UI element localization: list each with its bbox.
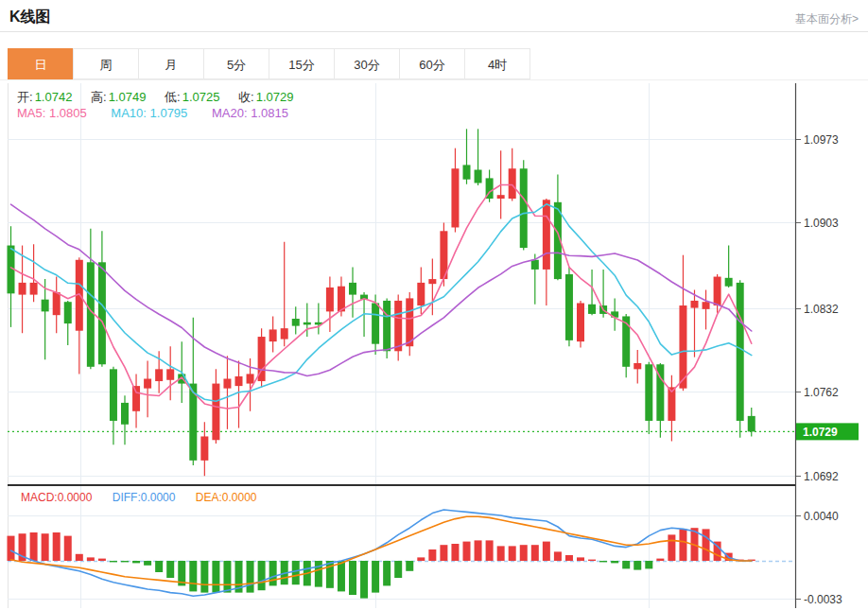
candle-body [349,283,356,295]
candle-body [53,292,61,315]
dea-value: 0.0000 [222,491,257,504]
macd-bar [110,561,117,562]
candle-body [110,369,117,421]
candle-body [281,328,288,339]
diff-value: 0.0000 [141,491,176,504]
macd-bar [212,561,219,593]
macd-bar [372,561,379,593]
dea-line [11,516,752,584]
ma10-line [11,204,752,401]
high-label: 高: [91,90,107,104]
macd-label: MACD: [21,491,58,504]
tab-30min[interactable]: 30分 [334,48,400,79]
current-price-tag-label: 1.0729 [803,426,838,439]
macd-bar [679,529,686,561]
macd-bar [76,554,83,561]
diff-line [11,510,752,596]
macd-bar [565,555,573,561]
macd-bar [463,542,471,561]
macd-bar [656,559,664,561]
macd-bar [417,557,425,561]
candle-body [565,274,573,340]
candle-body [645,364,652,421]
macd-bar [155,561,163,572]
candle-body [121,403,129,425]
macd-bar [315,561,322,587]
macd-bar [588,560,596,561]
candle-body [326,288,334,311]
candle-body [737,283,744,421]
candle-body [132,386,140,411]
candle-body [372,303,379,343]
macd-bar [668,534,675,561]
tab-60min[interactable]: 60分 [399,48,465,79]
price-axis-label: 1.0692 [804,470,839,483]
candle-body [691,301,699,308]
price-axis-label: 1.0832 [804,303,839,316]
tab-5min[interactable]: 5分 [203,48,269,79]
kline-widget: K线图 基本面分析> 日 周 月 5分 15分 30分 60分 4时 开:1.0… [0,0,868,610]
candle-body [292,319,300,326]
diff-label: DIFF: [113,491,141,504]
macd-bar [326,561,334,588]
open-label: 开: [17,90,33,104]
macd-bar [611,561,618,563]
candle-body [725,278,733,287]
macd-bar [269,561,277,585]
candle-body [417,283,425,305]
candle-body [509,168,516,199]
price-axis-label: 1.0762 [804,386,839,399]
tab-week[interactable]: 周 [73,48,139,79]
macd-bar [383,561,391,585]
macd-bar [406,561,413,571]
candle-body [42,300,49,312]
price-axis-label: 1.0973 [804,133,839,147]
macd-bar [349,561,356,595]
candle-body [394,301,402,351]
tab-15min[interactable]: 15分 [269,48,335,79]
macd-bar [247,561,254,593]
candle-body [212,384,219,441]
ma5-label: MA5: [17,106,45,120]
period-tabbar: 日 周 月 5分 15分 30分 60分 4时 [8,48,530,79]
candle-body [383,301,391,351]
macd-bar [394,561,402,578]
macd-bar [543,542,550,561]
macd-bar [486,540,494,561]
macd-bar [531,545,539,561]
candle-body [19,283,26,295]
candle-body [64,302,72,323]
ma20-value: 1.0815 [251,106,288,120]
macd-bar [189,561,197,591]
macd-bar [475,540,482,561]
candle-body [98,262,106,364]
macd-bar [64,536,72,561]
macd-axis-label: 0.0040 [804,510,839,523]
candle-body [304,322,311,325]
ma-legend: MA5: 1.0805 MA10: 1.0795 MA20: 1.0815 [17,106,309,120]
macd-bar [451,544,459,561]
candle-body [428,279,436,284]
macd-bar [42,533,49,561]
ma20-line [11,204,752,375]
candle-body [577,303,584,341]
macd-bar [166,561,174,578]
macd-bar [338,561,345,591]
candle-body [543,200,550,270]
macd-bar [440,545,447,561]
tab-day[interactable]: 日 [8,48,74,79]
macd-bar [520,545,528,561]
tab-month[interactable]: 月 [138,48,204,79]
macd-bar [87,557,95,561]
candle-body [748,416,755,432]
macd-bar [509,546,516,561]
tab-4hour[interactable]: 4时 [464,48,530,79]
macd-bar [144,561,151,566]
macd-legend: MACD:0.0000 DIFF:0.0000 DEA:0.0000 [21,491,273,504]
candle-body [714,277,721,305]
macd-bar [577,557,584,561]
macd-bar [428,549,436,561]
candle-body [475,170,482,183]
macd-bar [30,532,38,561]
ma10-value: 1.0795 [150,106,188,120]
